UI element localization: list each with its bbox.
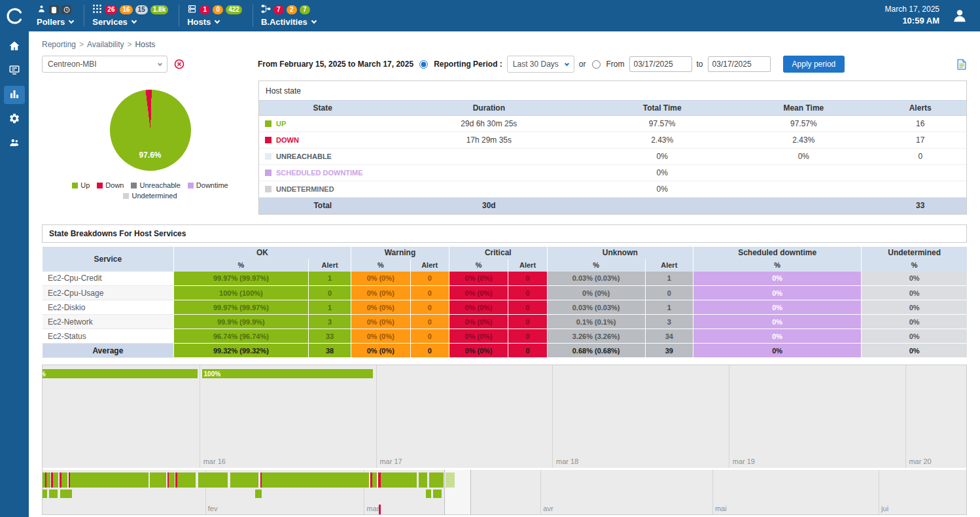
service-name[interactable]: Ec2-Cpu-Usage <box>43 286 174 300</box>
hosts-warning-badge[interactable]: 0 <box>213 5 223 14</box>
alerts-cell <box>874 181 966 198</box>
scheduled-downtime-pct-cell: 0% <box>693 329 862 344</box>
critical-alert-cell: 0 <box>508 315 547 329</box>
legend-swatch <box>97 183 103 188</box>
service-name[interactable]: Ec2-Network <box>43 315 174 329</box>
timeline-detail-chart[interactable]: mar 16mar 17mar 18mar 19mar 20100%100% <box>43 365 966 468</box>
warning-pct-cell: 0% (0%) <box>351 272 410 286</box>
export-report-icon[interactable] <box>956 59 967 70</box>
custom-period-radio[interactable] <box>592 60 601 69</box>
warning-pct-cell: 0% (0%) <box>351 300 410 315</box>
hosts-ok-badge[interactable]: 422 <box>226 5 242 14</box>
timeline-gridline <box>552 365 553 468</box>
preset-period-radio[interactable] <box>419 60 428 69</box>
col-duration: Duration <box>387 101 591 116</box>
col-state: State <box>259 101 387 116</box>
unknown-pct-cell: 0.03% (0.03%) <box>547 300 645 315</box>
breakdown-sub-header: % Alert % Alert % Alert % Alert % % <box>43 259 968 272</box>
filter-bar: Centreon-MBI From February 15, 2025 to M… <box>29 49 980 75</box>
sidebar-item-home[interactable] <box>4 37 25 56</box>
warning-pct-cell: 0% (0%) <box>351 329 410 344</box>
sidebar-item-administration[interactable] <box>4 134 25 152</box>
menu-business-activities[interactable]: 7 2 7 B.Activities <box>253 0 326 31</box>
breakdown-row: Ec2-Status96.74% (96.74%)330% (0%)00% (0… <box>43 329 968 344</box>
overview-gridline <box>712 470 713 514</box>
col-alerts: Alerts <box>874 101 966 116</box>
mean-time-cell: 97.57% <box>733 116 874 132</box>
service-name[interactable]: Ec2-Diskio <box>43 300 174 315</box>
duration-cell: 29d 6h 30m 25s <box>387 116 591 132</box>
breakdown-row: Ec2-Diskio99.97% (99.97%)10% (0%)00% (0%… <box>43 300 968 315</box>
timeline-overview-chart[interactable]: fevmaravrmaijui <box>43 468 966 514</box>
menu-pollers[interactable]: Pollers <box>29 0 84 31</box>
pollers-icon <box>37 4 46 16</box>
warning-alert-cell: 0 <box>410 315 449 329</box>
legend-item-up: Up <box>72 181 90 189</box>
col-undetermined: Undetermined <box>862 247 967 259</box>
to-date-input[interactable] <box>708 56 771 72</box>
services-warning-badge[interactable]: 16 <box>120 5 132 14</box>
services-pending-badge[interactable]: 15 <box>135 5 148 14</box>
mean-time-cell <box>733 181 874 198</box>
clear-selection-icon[interactable] <box>174 59 184 69</box>
state-name: UNDETERMINED <box>276 185 334 193</box>
legend-label: Up <box>80 181 90 189</box>
undetermined-pct-cell: 0% <box>862 344 967 358</box>
period-select-value: Last 30 Days <box>513 60 559 69</box>
overview-selection-window[interactable] <box>444 470 471 514</box>
current-range-label: From February 15, 2025 to March 17, 2025 <box>258 60 413 69</box>
overview-month-label: fev <box>208 505 218 512</box>
sidebar-item-reporting[interactable] <box>4 86 25 104</box>
unknown-alert-cell: 1 <box>645 272 693 286</box>
breadcrumb-availability[interactable]: Availability <box>87 40 124 49</box>
menu-services[interactable]: 26 16 15 1.8k Services <box>84 0 179 31</box>
mean-time-cell: 2.43% <box>733 132 874 149</box>
mean-time-cell: 0% <box>733 149 874 165</box>
overview-segment <box>46 472 50 488</box>
overview-month-label: jui <box>881 505 888 512</box>
host-state-row: SCHEDULED DOWNTIME0% <box>259 165 966 181</box>
timeline-day-label: mar 20 <box>909 457 931 465</box>
sidebar-item-configuration[interactable] <box>4 110 25 128</box>
total-empty-cell <box>733 198 874 214</box>
overview-segment <box>381 472 417 488</box>
sub-warning-alert: Alert <box>410 259 449 272</box>
pie-uptime-label: 97.6% <box>110 151 191 160</box>
ba-critical-badge[interactable]: 7 <box>273 5 284 14</box>
warning-alert-cell: 0 <box>410 300 449 315</box>
service-name[interactable]: Ec2-Cpu-Credit <box>43 272 174 286</box>
overview-month-label: mai <box>715 505 727 512</box>
availability-pie: 97.6% <box>110 90 191 171</box>
from-label: From <box>606 60 625 69</box>
menu-hosts[interactable]: 1 0 422 Hosts <box>179 0 253 31</box>
total-time-cell: 2.43% <box>591 132 733 149</box>
period-filters: From February 15, 2025 to March 17, 2025… <box>258 56 845 73</box>
timeline-day-label: mar 18 <box>556 457 578 465</box>
period-select[interactable]: Last 30 Days <box>507 56 574 73</box>
current-date: March 17, 2025 <box>885 4 939 15</box>
from-date-input[interactable] <box>629 56 692 72</box>
services-ok-badge[interactable]: 1.8k <box>150 5 168 14</box>
breakdown-table: Service OK Warning Critical Unknown Sche… <box>42 247 967 359</box>
hosts-critical-badge[interactable]: 1 <box>200 5 210 14</box>
overview-segment <box>429 472 444 488</box>
ok-pct-cell: 99.32% (99.32%) <box>173 344 308 358</box>
service-name[interactable]: Ec2-Status <box>43 329 174 344</box>
breadcrumb-reporting[interactable]: Reporting <box>42 40 76 49</box>
centreon-logo[interactable] <box>0 0 29 31</box>
warning-pct-cell: 0% (0%) <box>351 286 410 300</box>
unknown-alert-cell: 1 <box>645 300 693 315</box>
legend-line-2: Undetermined <box>123 192 177 200</box>
host-state-header-row: State Duration Total Time Mean Time Aler… <box>259 101 966 116</box>
overview-segment <box>255 490 262 498</box>
user-menu[interactable] <box>950 6 970 26</box>
apply-period-button[interactable]: Apply period <box>783 56 845 73</box>
state-color-swatch <box>265 169 271 176</box>
ba-ok-badge[interactable]: 7 <box>300 5 310 14</box>
sub-unknown-pct: % <box>547 259 645 272</box>
sidebar-item-monitoring[interactable] <box>4 62 25 80</box>
ba-warning-badge[interactable]: 2 <box>287 5 297 14</box>
host-state-table: State Duration Total Time Mean Time Aler… <box>259 100 966 214</box>
host-group-select[interactable]: Centreon-MBI <box>42 56 167 73</box>
services-critical-badge[interactable]: 26 <box>105 5 117 14</box>
